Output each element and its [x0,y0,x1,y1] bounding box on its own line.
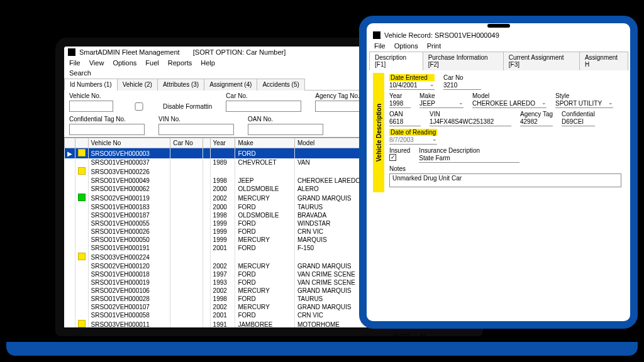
notes-label: Notes [389,165,621,172]
col-5[interactable]: Year [210,138,235,148]
under-col1: 45237 [392,333,410,340]
tab-vehicle[interactable]: Vehicle (2) [117,79,158,90]
conf-tag-input[interactable] [69,124,145,135]
ins-desc-value[interactable]: State Farm [419,154,519,163]
year-label: Year [389,92,411,99]
vehicle-form: Vehicle Description Date Entered 10/4/20… [369,70,628,195]
menu-view[interactable]: View [89,59,104,67]
date-entered-label: Date Entered [389,74,435,81]
col-0[interactable] [65,138,75,148]
menu-file[interactable]: File [69,59,80,67]
conf-label: Confidential [562,111,595,118]
car-no-label: Car No. [226,92,301,99]
oan-label: OAN [389,111,421,118]
vin-label: VIN [430,111,511,118]
car-no-value[interactable]: 3210 [443,81,481,90]
record-icon [373,31,380,39]
app-icon [68,48,75,56]
model-value[interactable]: CHEROKEE LAREDO [472,99,547,108]
style-label: Style [555,92,613,99]
tab-current-asn[interactable]: Current Assignment [F3] [503,52,580,70]
vehicle-no-label: Vehicle No. [69,92,212,99]
vin-no-label: VIN No. [158,116,234,123]
car-no-label2: Car No [443,74,481,81]
year-value[interactable]: 1998 [389,99,411,108]
menu-reports[interactable]: Reports [168,59,192,67]
date-entered-value[interactable]: 10/4/2001 [389,81,435,90]
laptop-base [6,342,638,356]
col-4[interactable] [203,138,210,148]
under-col2: M [420,333,425,340]
oan-value[interactable]: 6618 [389,118,421,126]
menu-fuel[interactable]: Fuel [145,59,158,67]
agtag-label: Agency Tag [520,111,553,118]
tablet-menubar: File Options Print [369,41,628,51]
tablet-window: Vehicle Record: SRSO01VEH000049 File Opt… [359,16,638,329]
tab-id-numbers[interactable]: Id Numbers (1) [64,79,118,90]
section-strip: Vehicle Description [373,73,384,192]
oan-no-input[interactable] [248,124,323,135]
tablet-tabs: Description [F1] Purchase Information [F… [369,51,628,70]
dor-label: Date of Reading [389,129,437,136]
insured-checkbox[interactable]: ✓ [389,154,396,161]
menu-help[interactable]: Help [201,59,215,67]
tmenu-file[interactable]: File [374,42,386,50]
make-value[interactable]: JEEP [419,99,464,108]
model-label: Model [472,92,547,99]
tab-asn-history[interactable]: Assignment H [579,52,628,70]
insured-label: Insured [389,147,410,154]
style-value[interactable]: SPORT UTILITY [555,99,613,108]
tab-description[interactable]: Description [F1] [369,52,423,70]
make-label: Make [419,92,464,99]
section-strip-label: Vehicle Description [375,104,382,162]
tab-attributes[interactable]: Attributes (3) [157,79,204,90]
tab-accidents[interactable]: Accidents (5) [257,79,304,90]
disable-format-checkbox[interactable]: Disable Formattin [117,102,212,111]
agtag-value[interactable]: 42982 [520,118,553,126]
col-6[interactable]: Make [235,138,294,148]
vehicle-no-input[interactable] [69,101,113,112]
ins-desc-label: Insurance Description [419,147,519,154]
menu-options[interactable]: Options [113,59,136,67]
tab-assignment[interactable]: Assignment (4) [204,79,257,90]
tmenu-print[interactable]: Print [427,42,441,50]
app-title: SmartADMIN Fleet Management [79,48,180,56]
tmenu-options[interactable]: Options [394,42,418,50]
tab-purchase[interactable]: Purchase Information [F2] [423,52,504,70]
dor-value[interactable]: 8/7/2003 [389,136,437,145]
tablet-titlebar: Vehicle Record: SRSO01VEH000049 [369,30,628,41]
oan-no-label: OAN No. [248,116,323,123]
col-3[interactable]: Car No [170,138,203,148]
car-no-input[interactable] [226,101,301,112]
vin-value[interactable]: 1J4FX48S4WC251382 [430,118,511,126]
conf-tag-label: Confidential Tag No. [69,116,145,123]
col-1[interactable] [75,138,88,148]
notes-box[interactable]: Unmarked Drug Unit Car [389,173,621,187]
conf-value[interactable]: D69CEI [562,118,595,126]
vin-no-input[interactable] [158,124,234,135]
record-title: Vehicle Record: SRSO01VEH000049 [384,31,499,39]
tablet-notch [487,24,510,28]
col-2[interactable]: Vehicle No [88,138,170,148]
sort-context: [SORT OPTION: Car Number] [193,48,286,56]
table-row[interactable]: SRSO01VEH0001922001FORDCRN VIC7045 [65,329,474,336]
